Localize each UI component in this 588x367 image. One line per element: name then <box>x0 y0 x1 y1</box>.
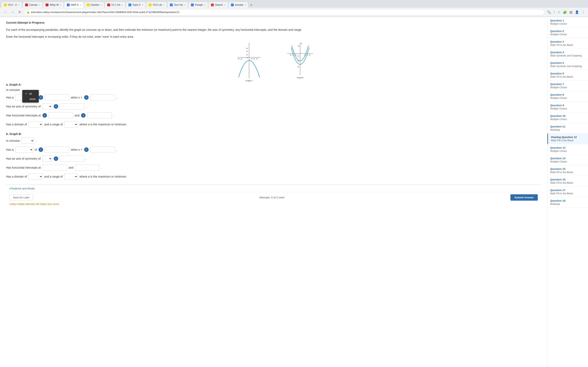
intercept-b-1-input[interactable] <box>43 165 67 171</box>
sidebar-item-5-title: Question 5 <box>550 61 585 64</box>
min-val-a-input[interactable] <box>45 94 69 100</box>
url-bar[interactable]: 🔒 education.wiley.com/was/ui/v2/assessme… <box>24 9 545 15</box>
sidebar-item-4[interactable]: Question 4 Math Symbolic and Graphing <box>547 49 588 59</box>
sidebar-item-1[interactable]: Question 1 Multiple Choice <box>547 17 588 27</box>
sidebar-item-16[interactable]: Question 16 Math Fill in the Blank <box>547 176 588 187</box>
intercept-a-1-input[interactable] <box>49 112 73 118</box>
domain-b-select[interactable]: (-∞, ∞) <box>29 174 43 180</box>
intercept-a-2-input[interactable] <box>87 112 112 118</box>
tab-close-search[interactable]: × <box>224 4 225 6</box>
domain-a-label: Has a domain of <box>6 123 27 126</box>
etextbook-label[interactable]: eTextbook and Media <box>9 187 35 190</box>
x-val-b-input[interactable] <box>90 147 115 153</box>
period-axis-b: . <box>86 157 87 160</box>
tab-canvas[interactable]: Canvas × <box>22 2 43 8</box>
min-val-b-input[interactable] <box>45 147 69 153</box>
tab-close-vculib[interactable]: × <box>163 4 164 6</box>
etextbook-bar: eTextbook and Media <box>6 184 541 192</box>
tab-favicon-paraph <box>191 3 194 6</box>
sidebar-item-14-title: Question 14 <box>550 157 585 160</box>
tab-close-vcu[interactable]: × <box>18 4 20 6</box>
sidebar-item-10-title: Question 10 <box>550 114 585 117</box>
sidebar-item-4-title: Question 4 <box>550 51 585 54</box>
save-for-later-button[interactable]: Save for Later <box>9 194 33 200</box>
forward-button[interactable]: → <box>10 9 16 15</box>
axis-sym-b-input[interactable] <box>60 156 84 162</box>
tab-gun[interactable]: Gun Vie × <box>167 2 188 8</box>
tab-close-ch1[interactable]: × <box>121 4 123 6</box>
info-btn-a-5[interactable]: i <box>81 113 86 118</box>
tab-label-topic: Topic C <box>132 3 141 6</box>
tab-dash[interactable]: Dashbo × <box>84 2 104 8</box>
attempts-text: Attempts: 0 of 3 used <box>259 196 284 199</box>
axis-sym-b-select[interactable]: x = <box>42 156 52 162</box>
sidebar-item-8[interactable]: Question 8 Multiple Choice <box>547 91 588 102</box>
extension-icon[interactable]: 🧩 <box>562 9 568 15</box>
tab-close-nwp[interactable]: × <box>80 4 81 6</box>
info-btn-a-1[interactable]: i <box>39 95 43 100</box>
range-a-select[interactable]: [a, ∞) (-∞, a] <box>64 121 78 127</box>
sidebar-item-9[interactable]: Question 9 Multiple Choice <box>547 102 588 112</box>
sidebar-toggle-icon[interactable]: ▤ <box>569 9 573 15</box>
back-button[interactable]: ← <box>2 9 8 15</box>
sidebar-item-2-title: Question 2 <box>550 30 585 33</box>
sidebar-item-10[interactable]: Question 10 Multiple Choice <box>547 112 588 123</box>
submit-answer-button[interactable]: Submit Answer <box>510 194 538 201</box>
info-btn-b-3[interactable]: i <box>54 156 58 161</box>
sidebar-item-3[interactable]: Question 3 Math Fill in the Blank <box>547 38 588 49</box>
profile-icon[interactable]: 👤 <box>574 9 580 15</box>
sidebar-item-12[interactable]: Viewing Question 12 Math Fill in the Bla… <box>547 133 588 144</box>
info-btn-a-2[interactable]: i <box>84 95 89 100</box>
tab-wiley[interactable]: Wiley W × <box>43 2 64 8</box>
sidebar-item-7[interactable]: Question 7 Multiple Choice <box>547 81 588 91</box>
tab-close-gun[interactable]: × <box>184 4 185 6</box>
search-icon[interactable]: 🔍 <box>546 9 552 15</box>
info-btn-a-3[interactable]: i <box>54 104 58 109</box>
tab-nwp[interactable]: NWP A × <box>64 2 84 8</box>
svg-text:48: 48 <box>253 58 255 60</box>
range-b-select[interactable]: [a, ∞) (-∞, a] <box>64 174 78 180</box>
sidebar-item-14[interactable]: Question 14 Multiple Choice <box>547 155 588 165</box>
sidebar-item-2[interactable]: Question 2 Multiple Choice <box>547 27 588 38</box>
sidebar-item-13[interactable]: Question 13 Multiple Choice <box>547 144 588 155</box>
x-val-a-input[interactable] <box>90 94 115 100</box>
sidebar-item-18[interactable]: Question 18 Multistep <box>547 197 588 208</box>
new-tab-button[interactable]: + <box>249 2 254 8</box>
sidebar-item-11[interactable]: Question 11 Multistep <box>547 123 588 133</box>
info-btn-b-1[interactable]: i <box>39 147 43 152</box>
share-icon[interactable]: ↑ <box>553 9 556 15</box>
tab-paraph[interactable]: Paraph × <box>188 2 208 8</box>
tab-ch1[interactable]: Ch 1 Ho × <box>104 2 125 8</box>
reload-button[interactable]: ↻ <box>17 9 22 15</box>
tab-close-paraph[interactable]: × <box>204 4 205 6</box>
menu-icon[interactable]: ⋮ <box>581 9 586 15</box>
sidebar-item-6[interactable]: Question 6 Math Fill in the Blank <box>547 70 588 81</box>
info-btn-a-4[interactable]: i <box>43 113 47 118</box>
intercept-b-2-input[interactable] <box>75 165 99 171</box>
tab-close-canvas[interactable]: × <box>39 4 40 6</box>
sidebar-item-17[interactable]: Question 17 Math Fill in the Blank <box>547 187 588 197</box>
axis-sym-a-input[interactable] <box>60 103 84 109</box>
concave-b-select[interactable]: up down <box>21 138 34 144</box>
tab-search[interactable]: Search × <box>208 2 228 8</box>
sidebar-item-5[interactable]: Question 5 Math Symbolic and Graphing <box>547 59 588 70</box>
domain-a-select[interactable]: (-∞, ∞) <box>29 121 43 127</box>
sidebar-item-15[interactable]: Question 15 Math Fill in the Blank <box>547 165 588 176</box>
tab-topic[interactable]: Topic C × <box>126 2 146 8</box>
concave-down-option[interactable]: down <box>22 96 39 102</box>
tab-close-dash[interactable]: × <box>100 4 102 6</box>
tab-close-annot[interactable]: × <box>244 4 246 6</box>
tab-close-wiley[interactable]: × <box>60 4 61 6</box>
tab-annot[interactable]: annotat × <box>228 2 248 8</box>
concave-up-option[interactable]: up <box>22 91 39 96</box>
min-max-b-select[interactable]: minimum maximum <box>15 147 33 153</box>
info-btn-b-2[interactable]: i <box>84 147 89 152</box>
graph-a-wrapper: -32 -16 32 48 64 40 30 20 10 Graph A <box>229 42 269 79</box>
tab-vcu[interactable]: VCU - C × <box>1 2 22 8</box>
concave-a-dropdown-popup[interactable]: up down <box>22 90 39 103</box>
tab-close-topic[interactable]: × <box>142 4 143 6</box>
axis-sym-a-select[interactable]: x = <box>42 103 52 109</box>
range-a-label: and a range of <box>44 123 63 126</box>
bookmark-icon[interactable]: ☆ <box>557 9 561 15</box>
tab-vculib[interactable]: VCU Lib × <box>146 2 167 8</box>
